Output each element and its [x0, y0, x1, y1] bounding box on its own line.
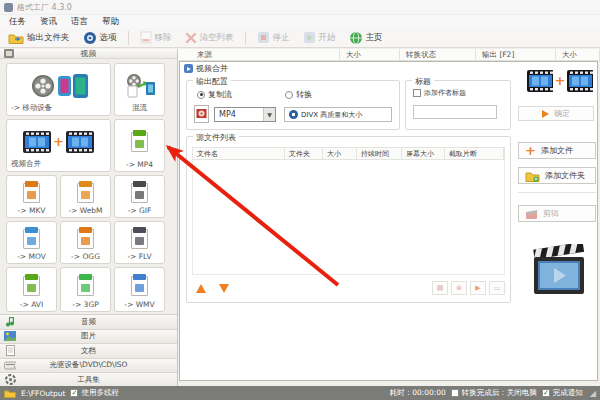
start-button[interactable]: 开始 [301, 29, 338, 47]
card-to-wmv[interactable]: -> WMV [114, 267, 165, 312]
3gp-file-icon [77, 276, 94, 296]
card-to-flv[interactable]: -> FLV [114, 221, 165, 264]
stop-button[interactable]: 停止 [255, 29, 292, 47]
clip-button[interactable]: 剪辑 [518, 205, 596, 222]
column-size-2[interactable]: 大小 [556, 49, 600, 60]
webm-file-icon [77, 183, 94, 203]
card-mux[interactable]: 混流 [114, 63, 165, 116]
video-merge-icon: + [23, 131, 94, 153]
screen-info-button[interactable]: ▭ [489, 281, 505, 295]
clear-list-button[interactable]: 清空列表 [183, 29, 236, 47]
radio-convert[interactable]: 转换 [285, 89, 312, 100]
quality-button[interactable]: DIVX 高质量和大小 [284, 107, 392, 122]
task-list-header: 来源 大小 转换状态 输出 [F2] 大小 [178, 49, 600, 61]
ok-button[interactable]: 确定 [518, 106, 594, 121]
column-output[interactable]: 输出 [F2] [476, 49, 556, 60]
add-folder-icon [525, 170, 540, 182]
move-down-button[interactable] [219, 284, 229, 293]
remove-item-button[interactable]: ▤ [432, 281, 448, 295]
elapsed-time: 耗时 : 00:00:00 [390, 388, 446, 398]
add-file-button[interactable]: + 添加文件 [518, 142, 596, 159]
card-to-mkv[interactable]: -> MKV [6, 175, 57, 218]
home-button[interactable]: 主页 [347, 29, 385, 47]
column-folder[interactable]: 文件夹 [285, 148, 323, 159]
card-to-mov[interactable]: -> MOV [6, 221, 57, 264]
folder-icon [8, 32, 24, 44]
app-icon [4, 3, 13, 12]
column-screensize[interactable]: 屏幕大小 [402, 148, 445, 159]
sidebar-sections: 音频 图片 文档 光驱设备\DVD\CD\ISO 工具集 [0, 314, 177, 388]
menu-help[interactable]: 帮助 [102, 16, 119, 28]
checkbox-checked-icon: ✓ [70, 389, 78, 397]
card-to-mp4[interactable]: -> MP4 [114, 119, 165, 172]
menu-news[interactable]: 资讯 [40, 16, 57, 28]
resize-grip[interactable]: ◢ [590, 389, 596, 398]
chevron-down-icon: ▼ [263, 108, 275, 121]
options-button[interactable]: 选项 [81, 29, 119, 47]
column-filename[interactable]: 文件名 [193, 148, 285, 159]
card-to-3gp[interactable]: -> 3GP [60, 267, 111, 312]
remove-button[interactable]: 移除 [138, 29, 174, 47]
arrow-right-icon [542, 110, 549, 118]
toolbar-separator [128, 31, 129, 45]
card-to-mobile-device[interactable]: -> 移动设备 [6, 63, 111, 116]
source-file-list-group: 源文件列表 文件名 文件夹 大小 持续时间 屏幕大小 截取片断 [186, 136, 511, 303]
format-select[interactable]: MP4 ▼ [214, 107, 276, 122]
sidebar-section-audio[interactable]: 音频 [0, 315, 177, 330]
gear-icon [83, 31, 97, 45]
target-icon [289, 110, 298, 119]
column-status[interactable]: 转换状态 [400, 49, 476, 60]
output-folder-button[interactable]: 输出文件夹 [6, 29, 72, 47]
output-config-group: 输出配置 复制流 转换 MP4 ▼ DIVX 高质量和大小 [186, 80, 400, 130]
title-bar: 格式工厂 4.3.0 [0, 0, 600, 15]
sidebar-section-optical[interactable]: 光驱设备\DVD\CD\ISO [0, 359, 177, 374]
file-list-header: 文件名 文件夹 大小 持续时间 屏幕大小 截取片断 [192, 147, 505, 160]
column-source[interactable]: 来源 [178, 49, 340, 60]
gif-file-icon [131, 183, 148, 203]
card-to-gif[interactable]: -> GIF [114, 175, 165, 218]
radio-copy-stream[interactable]: 复制流 [197, 89, 232, 100]
checkbox-icon [451, 389, 459, 397]
play-item-button[interactable]: ▶ [470, 281, 486, 295]
remove-icon [140, 31, 152, 44]
wmv-file-icon [131, 276, 148, 296]
notify-checkbox[interactable]: ✓ 完成通知 [542, 388, 583, 398]
author-title-input[interactable] [413, 105, 497, 119]
column-filesize[interactable]: 大小 [323, 148, 357, 159]
card-to-avi[interactable]: -> AVI [6, 267, 57, 312]
card-video-merge[interactable]: + 视频合并 [6, 119, 111, 172]
output-path[interactable]: E:\FFOutput [21, 389, 65, 398]
multithread-checkbox[interactable]: ✓ 使用多线程 [70, 388, 119, 398]
merge-illustration: + [527, 70, 593, 92]
video-file-icon [194, 105, 209, 123]
app-window: 格式工厂 4.3.0 任务 资讯 语言 帮助 输出文件夹 选项 移除 清空列表 … [0, 0, 600, 400]
checkbox-checked-icon: ✓ [542, 389, 550, 397]
add-folder-button[interactable]: 添加文件夹 [518, 167, 596, 184]
radio-icon [285, 91, 293, 99]
toolbar-separator [245, 31, 246, 45]
mov-file-icon [23, 229, 40, 249]
menu-task[interactable]: 任务 [9, 16, 26, 28]
ogg-file-icon [77, 229, 94, 249]
move-up-button[interactable] [196, 284, 206, 293]
window-title: 格式工厂 4.3.0 [17, 2, 72, 13]
shutdown-checkbox[interactable]: 转换完成后：关闭电脑 [451, 388, 537, 398]
sidebar-section-document[interactable]: 文档 [0, 344, 177, 359]
sidebar-section-picture[interactable]: 图片 [0, 330, 177, 345]
plus-icon: + [53, 137, 64, 147]
clear-items-button[interactable]: ⊗ [451, 281, 467, 295]
sidebar-section-video[interactable]: 视频 [0, 49, 177, 59]
menu-language[interactable]: 语言 [71, 16, 88, 28]
column-clip[interactable]: 截取片断 [445, 148, 504, 159]
plus-icon: + [555, 76, 566, 86]
main-area: 视频 -> 移动设备 混流 [0, 49, 600, 386]
video-merge-dialog: 视频合并 输出配置 复制流 转换 MP4 ▼ DIVX 高质量和大小 [179, 61, 598, 381]
column-size[interactable]: 大小 [340, 49, 400, 60]
file-list-body[interactable] [192, 160, 505, 275]
card-to-ogg[interactable]: -> OGG [60, 221, 111, 264]
mkv-file-icon [23, 183, 40, 203]
film-reel-phone-icon [30, 73, 88, 99]
card-to-webm[interactable]: -> WebM [60, 175, 111, 218]
column-duration[interactable]: 持续时间 [357, 148, 402, 159]
add-author-title-checkbox[interactable]: 添加作者标题 [413, 88, 466, 98]
